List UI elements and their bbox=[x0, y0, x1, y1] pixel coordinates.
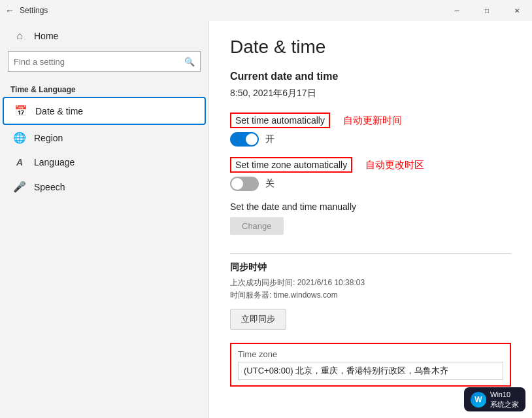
sidebar-item-language[interactable]: A Language bbox=[3, 150, 206, 174]
timezone-value[interactable]: (UTC+08:00) 北京，重庆，香港特别行政区，乌鲁木齐 bbox=[238, 362, 503, 380]
search-input[interactable] bbox=[14, 57, 180, 67]
current-date-section-title: Current date and time bbox=[230, 71, 511, 82]
titlebar-title: Settings bbox=[20, 6, 48, 15]
set-time-automatically-row: Set time automatically 自动更新时间 开 bbox=[230, 113, 511, 147]
microphone-icon: 🎤 bbox=[13, 181, 26, 193]
watermark-line2: 系统之家 bbox=[490, 400, 519, 409]
sidebar-date-time-label: Date & time bbox=[35, 106, 83, 116]
timezone-section: Time zone (UTC+08:00) 北京，重庆，香港特别行政区，乌鲁木齐 bbox=[230, 343, 511, 387]
maximize-button[interactable]: □ bbox=[472, 0, 502, 21]
set-time-label-row: Set time automatically 自动更新时间 bbox=[230, 113, 511, 128]
watermark-line1: Win10 bbox=[490, 390, 519, 399]
sidebar-language-label: Language bbox=[34, 157, 75, 167]
sidebar-item-speech[interactable]: 🎤 Speech bbox=[3, 174, 206, 200]
timezone-label: Time zone bbox=[238, 349, 503, 359]
watermark-icon-letter: W bbox=[474, 395, 482, 404]
sidebar: ⌂ Home 🔍 Time & Language 📅 Date & time 🌐… bbox=[0, 21, 209, 418]
set-timezone-automatically-row: Set time zone automatically 自动更改时区 关 bbox=[230, 157, 511, 191]
globe-icon: 🌐 bbox=[13, 131, 26, 144]
sync-now-button[interactable]: 立即同步 bbox=[230, 309, 286, 330]
change-button[interactable]: Change bbox=[230, 217, 284, 235]
back-arrow-icon[interactable]: ← bbox=[5, 5, 14, 16]
set-timezone-label-row: Set time zone automatically 自动更改时区 bbox=[230, 157, 511, 173]
current-time-display: 8:50, 2021年6月17日 bbox=[230, 88, 511, 99]
sidebar-item-date-time[interactable]: 📅 Date & time bbox=[3, 97, 206, 125]
titlebar: ← Settings ─ □ ✕ bbox=[0, 0, 532, 21]
set-timezone-annotation: 自动更改时区 bbox=[365, 159, 424, 171]
watermark-icon: W bbox=[471, 392, 486, 408]
home-icon: ⌂ bbox=[13, 30, 26, 42]
watermark: W Win10 系统之家 bbox=[464, 387, 525, 411]
sync-last-success: 上次成功同步时间: 2021/6/16 10:38:03 bbox=[230, 277, 511, 288]
sidebar-home-label: Home bbox=[34, 31, 58, 41]
close-button[interactable]: ✕ bbox=[502, 0, 532, 21]
minimize-button[interactable]: ─ bbox=[442, 0, 472, 21]
sync-section-title: 同步时钟 bbox=[230, 262, 511, 273]
sidebar-speech-label: Speech bbox=[34, 182, 65, 192]
set-time-toggle-row: 开 bbox=[230, 132, 511, 147]
set-time-automatically-label: Set time automatically bbox=[230, 113, 330, 128]
search-box[interactable]: 🔍 bbox=[8, 51, 201, 72]
set-timezone-toggle-row: 关 bbox=[230, 177, 511, 191]
set-time-toggle-state: 开 bbox=[265, 133, 274, 145]
sidebar-section-label: Time & Language bbox=[0, 80, 208, 97]
watermark-text: Win10 系统之家 bbox=[490, 390, 519, 409]
app-body: ⌂ Home 🔍 Time & Language 📅 Date & time 🌐… bbox=[0, 21, 532, 418]
divider bbox=[230, 253, 511, 254]
set-time-annotation: 自动更新时间 bbox=[343, 114, 402, 127]
calendar-icon: 📅 bbox=[14, 105, 27, 117]
sync-server: 时间服务器: time.windows.com bbox=[230, 290, 511, 301]
set-timezone-toggle[interactable] bbox=[230, 177, 259, 191]
titlebar-left: ← Settings bbox=[5, 5, 48, 16]
language-icon: A bbox=[13, 157, 26, 167]
search-icon: 🔍 bbox=[184, 57, 195, 67]
manual-date-label: Set the date and time manually bbox=[230, 201, 511, 212]
set-timezone-automatically-label: Set time zone automatically bbox=[230, 157, 352, 173]
sidebar-region-label: Region bbox=[34, 133, 63, 143]
sidebar-item-region[interactable]: 🌐 Region bbox=[3, 125, 206, 150]
set-time-toggle[interactable] bbox=[230, 132, 259, 147]
set-timezone-toggle-state: 关 bbox=[265, 178, 274, 190]
page-title: Date & time bbox=[230, 37, 511, 58]
sidebar-item-home[interactable]: ⌂ Home bbox=[3, 24, 206, 48]
content-area: Date & time Current date and time 8:50, … bbox=[209, 21, 532, 418]
titlebar-controls: ─ □ ✕ bbox=[442, 0, 532, 21]
